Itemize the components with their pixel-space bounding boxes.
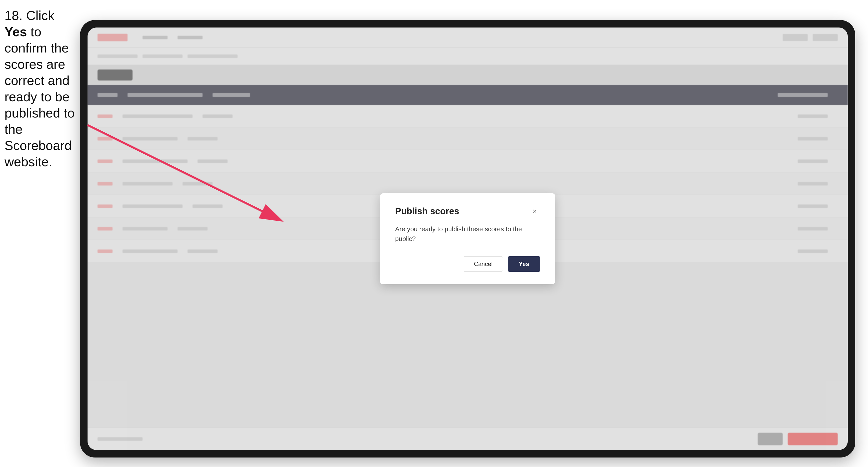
cancel-button[interactable]: Cancel	[464, 256, 503, 272]
modal-dialog: Publish scores × Are you ready to publis…	[380, 193, 555, 284]
modal-title: Publish scores	[395, 206, 459, 217]
modal-body-text: Are you ready to publish these scores to…	[395, 224, 540, 244]
modal-close-icon[interactable]: ×	[529, 206, 540, 217]
tablet-screen: Publish scores × Are you ready to publis…	[88, 28, 848, 450]
tablet-device: Publish scores × Are you ready to publis…	[80, 20, 855, 458]
instruction-body: Click Yes to confirm the scores are corr…	[4, 8, 74, 169]
instruction-text: 18. Click Yes to confirm the scores are …	[4, 7, 77, 170]
yes-button[interactable]: Yes	[508, 256, 540, 272]
modal-header: Publish scores ×	[395, 206, 540, 217]
modal-footer: Cancel Yes	[395, 256, 540, 272]
modal-overlay: Publish scores × Are you ready to publis…	[88, 28, 848, 450]
